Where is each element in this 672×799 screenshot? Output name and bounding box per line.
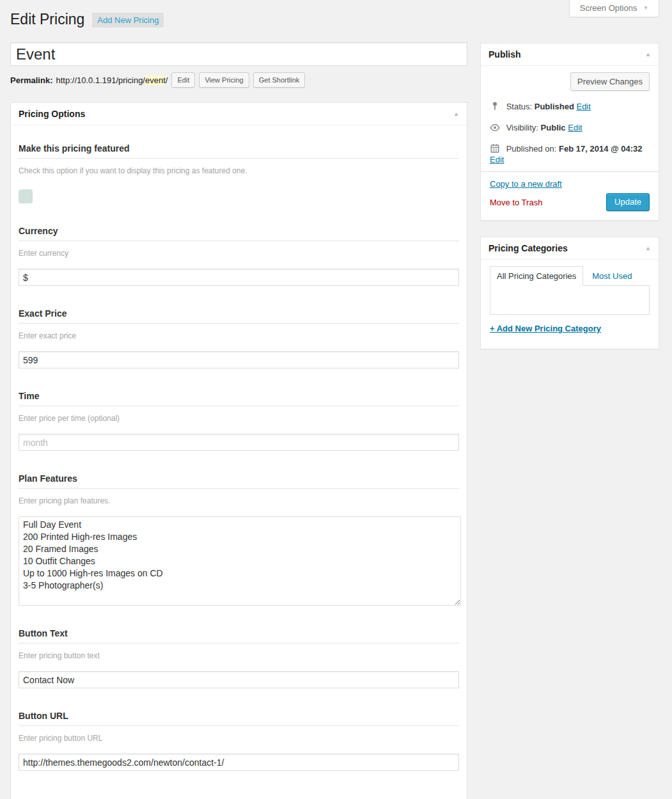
exact-price-input[interactable] [19, 351, 459, 368]
collapse-icon[interactable]: ▲ [453, 111, 459, 117]
pricing-options-title: Pricing Options [19, 109, 85, 119]
field-time: Time Enter price per time (optional) [19, 391, 459, 451]
chevron-down-icon: ▼ [643, 5, 648, 11]
published-on-row: Published on: Feb 17, 2014 @ 04:32 Edit [490, 143, 650, 165]
screen-options-tab[interactable]: Screen Options ▼ [569, 0, 659, 17]
tab-all-pricing-categories[interactable]: All Pricing Categories [490, 266, 583, 286]
status-label: Status: [506, 102, 532, 111]
published-on-value: Feb 17, 2014 @ 04:32 [559, 144, 642, 154]
button-text-description: Enter pricing button text [19, 651, 459, 660]
status-row: Status: Published Edit [490, 101, 650, 112]
category-checklist-panel[interactable] [490, 285, 650, 315]
currency-description: Enter currency [19, 249, 459, 258]
field-featured: Make this pricing featured Check this op… [19, 143, 459, 203]
time-description: Enter price per time (optional) [19, 414, 459, 423]
page-title: Edit Pricing [10, 10, 84, 29]
button-url-input[interactable] [19, 754, 459, 771]
pricing-categories-metabox: Pricing Categories ▲ All Pricing Categor… [480, 237, 659, 349]
currency-label: Currency [19, 226, 459, 241]
field-plan-features: Plan Features Enter pricing plan feature… [19, 473, 459, 606]
edit-status-link[interactable]: Edit [576, 102, 590, 111]
permalink-url: http://10.0.1.191/pricing/event/ [56, 75, 168, 85]
plan-features-textarea[interactable]: Full Day Event 200 Printed High-res Imag… [19, 516, 461, 606]
get-shortlink-button[interactable]: Get Shortlink [253, 72, 306, 88]
pricing-categories-title: Pricing Categories [488, 243, 568, 253]
screen-options-label: Screen Options [580, 3, 637, 13]
time-label: Time [19, 391, 459, 406]
pricing-categories-header[interactable]: Pricing Categories ▲ [481, 237, 659, 260]
collapse-icon[interactable]: ▲ [645, 246, 651, 251]
publish-header[interactable]: Publish ▲ [481, 44, 659, 66]
copy-to-new-draft-link[interactable]: Copy to a new draft [490, 179, 562, 189]
view-pricing-button[interactable]: View Pricing [199, 72, 249, 88]
add-new-pricing-category-link[interactable]: + Add New Pricing Category [490, 324, 601, 333]
visibility-row: Visibility: Public Edit [490, 122, 650, 133]
tab-most-used[interactable]: Most Used [592, 271, 632, 281]
time-input[interactable] [19, 434, 459, 451]
currency-input[interactable] [19, 269, 459, 286]
permalink-label: Permalink: [10, 75, 52, 85]
add-new-pricing-button[interactable]: Add New Pricing [92, 13, 164, 28]
field-button-text: Button Text Enter pricing button text [19, 628, 459, 688]
field-currency: Currency Enter currency [19, 226, 459, 286]
edit-visibility-link[interactable]: Edit [568, 123, 582, 132]
pin-icon [490, 101, 500, 111]
pricing-options-header[interactable]: Pricing Options ▲ [11, 103, 467, 125]
featured-checkbox[interactable] [19, 189, 33, 203]
edit-published-on-link[interactable]: Edit [490, 155, 504, 164]
update-button[interactable]: Update [606, 193, 650, 211]
featured-label: Make this pricing featured [19, 143, 459, 159]
button-url-description: Enter pricing button URL [19, 734, 459, 743]
post-title-input[interactable] [10, 42, 467, 66]
calendar-icon [490, 143, 500, 154]
edit-permalink-button[interactable]: Edit [171, 72, 195, 88]
category-tabs: All Pricing Categories Most Used [490, 266, 650, 285]
status-value: Published [535, 102, 574, 111]
plan-features-label: Plan Features [19, 473, 459, 489]
pricing-options-metabox: Pricing Options ▲ Make this pricing feat… [10, 102, 467, 799]
button-text-input[interactable] [19, 671, 459, 688]
exact-price-label: Exact Price [19, 308, 459, 324]
collapse-icon[interactable]: ▲ [645, 52, 651, 58]
move-to-trash-link[interactable]: Move to Trash [490, 198, 542, 207]
permalink-slug: event [145, 75, 166, 85]
published-on-label: Published on: [506, 144, 557, 154]
button-url-label: Button URL [19, 711, 459, 726]
visibility-value: Public [541, 123, 566, 132]
publish-actions: Copy to a new draft Move to Trash Update [481, 171, 659, 220]
plan-features-description: Enter pricing plan features. [19, 496, 459, 505]
visibility-label: Visibility: [506, 123, 538, 132]
field-exact-price: Exact Price Enter exact price [19, 308, 459, 368]
preview-changes-button[interactable]: Preview Changes [570, 72, 650, 91]
publish-title: Publish [488, 49, 521, 59]
featured-description: Check this option if you want to display… [19, 166, 459, 175]
permalink: Permalink: http://10.0.1.191/pricing/eve… [10, 72, 467, 88]
exact-price-description: Enter exact price [19, 331, 459, 340]
publish-metabox: Publish ▲ Preview Changes Status: Publis… [480, 43, 659, 221]
field-button-url: Button URL Enter pricing button URL [19, 711, 459, 771]
eye-icon [490, 122, 500, 132]
button-text-label: Button Text [19, 628, 459, 644]
